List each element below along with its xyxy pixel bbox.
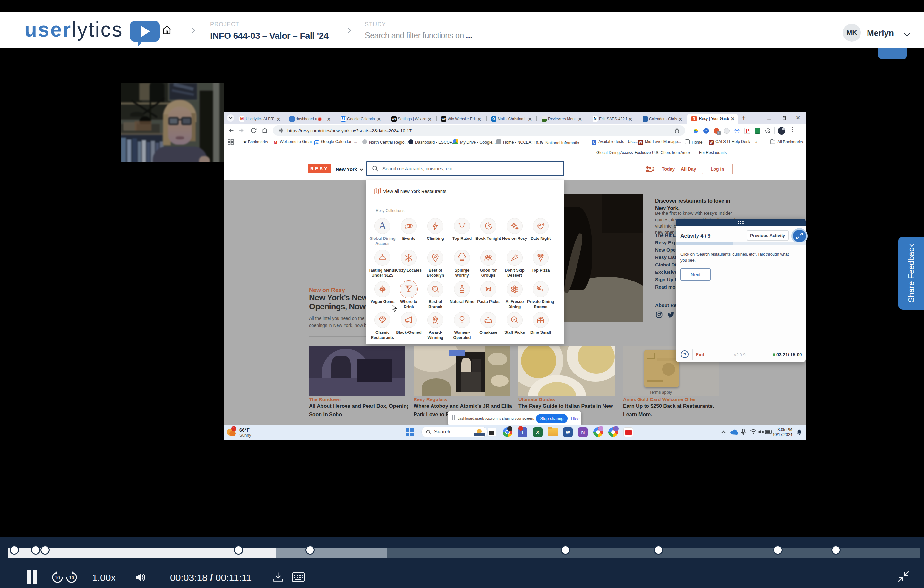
svg-text:10: 10 xyxy=(69,575,74,580)
svg-text:10: 10 xyxy=(55,575,60,580)
